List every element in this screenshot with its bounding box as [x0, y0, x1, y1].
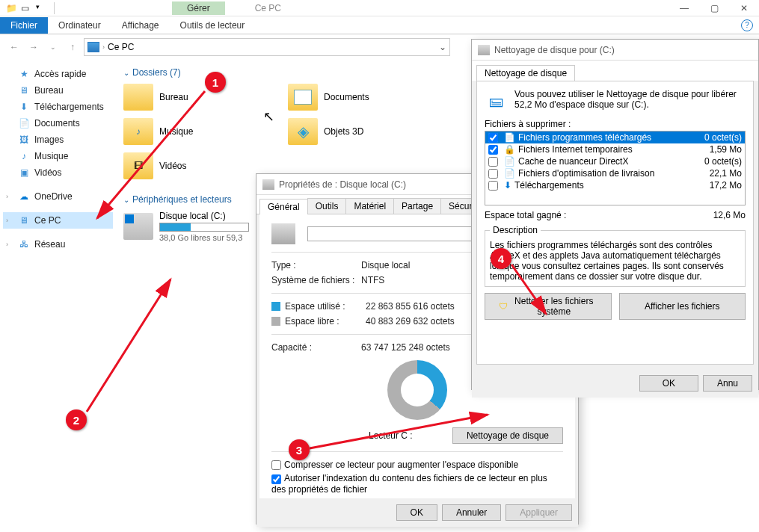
video-icon: ▣	[18, 167, 30, 179]
file-checkbox[interactable]	[488, 133, 498, 143]
sidebar-item[interactable]: ♪Musique	[3, 148, 113, 164]
file-checkbox[interactable]	[488, 169, 498, 179]
disk-cleanup-button[interactable]: Nettoyage de disque	[452, 427, 563, 444]
file-row[interactable]: 📄Fichiers d'optimisation de livraison22,…	[485, 167, 745, 179]
tab-hardware[interactable]: Matériel	[345, 198, 394, 214]
used-value: 22 863 855 616 octets	[366, 301, 455, 312]
tab-view[interactable]: Affichage	[111, 17, 170, 34]
disk-cleanup-dialog: Nettoyage de disque pour (C:) Nettoyage …	[471, 39, 759, 390]
cancel-button[interactable]: Annu	[703, 375, 752, 392]
sidebar-this-pc[interactable]: ›🖥Ce PC	[3, 212, 113, 229]
sidebar-onedrive[interactable]: ›☁OneDrive	[3, 188, 113, 205]
pc-icon: 🖥	[18, 214, 30, 226]
apply-button[interactable]: Appliquer	[506, 504, 572, 521]
capacity-label: Capacité :	[271, 342, 361, 353]
annotation-badge-4: 4	[491, 248, 511, 269]
drive-free-text: 38,0 Go libres sur 59,3	[159, 233, 249, 242]
address-path[interactable]: › Ce PC ⌄	[84, 38, 450, 56]
cloud-icon: ☁	[18, 191, 30, 202]
window-title: Ce PC	[255, 3, 281, 13]
sidebar-network[interactable]: ›🖧Réseau	[3, 236, 113, 253]
compress-checkbox[interactable]: Compresser ce lecteur pour augmenter l'e…	[271, 460, 518, 470]
dialog-title: Nettoyage de disque pour (C:)	[472, 40, 758, 61]
index-checkbox[interactable]: Autoriser l'indexation du contenu des fi…	[271, 473, 547, 494]
file-row[interactable]: 📄Cache de nuanceur DirectX0 octet(s)	[485, 155, 745, 167]
back-button[interactable]: ←	[6, 39, 22, 55]
cleanup-icon: 🖴	[485, 89, 508, 113]
ok-button[interactable]: OK	[396, 504, 437, 521]
folder-icon	[288, 84, 318, 111]
file-row[interactable]: 📄Fichiers programmes téléchargés0 octet(…	[485, 132, 745, 143]
file-checkbox[interactable]	[488, 157, 498, 167]
file-checkbox[interactable]	[488, 181, 498, 191]
files-list[interactable]: 📄Fichiers programmes téléchargés0 octet(…	[485, 131, 746, 205]
ribbon: Fichier Ordinateur Affichage Outils de l…	[0, 16, 759, 34]
download-icon: ⬇	[504, 180, 511, 191]
folder-item[interactable]: Documents	[288, 84, 422, 111]
capacity-value: 63 747 125 248 octets	[361, 342, 450, 353]
tab-general[interactable]: Général	[259, 199, 308, 214]
sidebar-item[interactable]: ▣Vidéos	[3, 164, 113, 181]
drive-icon	[271, 223, 295, 244]
cancel-button[interactable]: Annuler	[442, 504, 501, 521]
tab-computer[interactable]: Ordinateur	[48, 17, 111, 34]
manage-tab[interactable]: Gérer	[172, 1, 225, 15]
folder-item[interactable]: Bureau	[123, 84, 258, 111]
sidebar-item[interactable]: 🖼Images	[3, 132, 113, 148]
document-icon: 📄	[18, 117, 30, 129]
network-icon: 🖧	[18, 238, 30, 250]
sidebar-item[interactable]: 📄Documents	[3, 115, 113, 132]
music-icon: ♪	[18, 150, 30, 162]
folder-item[interactable]: ♪Musique	[123, 118, 258, 145]
free-swatch	[271, 317, 280, 326]
cleanup-intro: Vous pouvez utiliser le Nettoyage de dis…	[514, 89, 746, 113]
maximize-button[interactable]: ▢	[699, 0, 729, 16]
lock-icon: 🔒	[504, 144, 515, 155]
sidebar-item[interactable]: 🖥Bureau	[3, 82, 113, 99]
help-icon[interactable]: ?	[741, 19, 753, 31]
folder-item[interactable]: 🎞Vidéos	[123, 152, 258, 179]
chevron-down-icon[interactable]: ⌄	[439, 42, 446, 52]
file-row[interactable]: ⬇Téléchargements17,2 Mo	[485, 179, 745, 191]
show-files-button[interactable]: Afficher les fichiers	[619, 293, 746, 320]
folder-icon: 📁	[6, 3, 16, 13]
description-text: Les fichiers programmes téléchargés sont…	[490, 240, 740, 282]
clean-system-files-button[interactable]: 🛡Nettoyer les fichiers système	[485, 293, 612, 320]
tab-cleanup[interactable]: Nettoyage de disque	[476, 65, 575, 81]
forward-button[interactable]: →	[25, 39, 42, 55]
total-value: 12,6 Mo	[713, 210, 746, 220]
description-legend: Description	[490, 225, 541, 235]
history-dropdown[interactable]: ⌄	[45, 39, 61, 55]
file-checkbox[interactable]	[488, 145, 498, 155]
free-label: Espace libre :	[285, 316, 366, 327]
sidebar-item[interactable]: ⬇Téléchargements	[3, 99, 113, 115]
annotation-badge-1: 1	[205, 72, 226, 93]
shield-icon: 🛡	[499, 301, 508, 312]
usage-pie	[387, 360, 447, 420]
minimize-button[interactable]: —	[669, 0, 699, 16]
cursor-icon: ↖	[263, 108, 274, 125]
close-button[interactable]: ✕	[729, 0, 759, 16]
folder-icon	[123, 84, 153, 111]
sidebar-quick-access[interactable]: ★Accès rapide	[3, 66, 113, 82]
description-group: Description Les fichiers programmes télé…	[485, 225, 746, 287]
drive-icon	[123, 213, 153, 240]
tab-tools[interactable]: Outils	[307, 198, 347, 214]
tab-sharing[interactable]: Partage	[393, 198, 441, 214]
total-label: Espace total gagné :	[485, 210, 566, 220]
star-icon: ★	[18, 68, 30, 80]
breadcrumb[interactable]: Ce PC	[108, 42, 134, 52]
drive-letter-label: Lecteur C :	[369, 430, 413, 441]
qat-dropdown[interactable]: ▾	[36, 3, 46, 13]
up-button[interactable]: ↑	[64, 39, 81, 55]
tab-file[interactable]: Fichier	[0, 17, 48, 34]
used-label: Espace utilisé :	[285, 301, 366, 312]
file-row[interactable]: 🔒Fichiers Internet temporaires1,59 Mo	[485, 143, 745, 155]
file-icon: 📄	[504, 156, 515, 167]
tab-drivetools[interactable]: Outils de lecteur	[170, 17, 256, 34]
file-icon: 📄	[504, 168, 515, 179]
folder-item[interactable]: ◈Objets 3D	[288, 118, 422, 145]
props-icon[interactable]: ▭	[21, 3, 31, 13]
folder-icon: 🎞	[123, 152, 153, 179]
ok-button[interactable]: OK	[639, 375, 698, 392]
